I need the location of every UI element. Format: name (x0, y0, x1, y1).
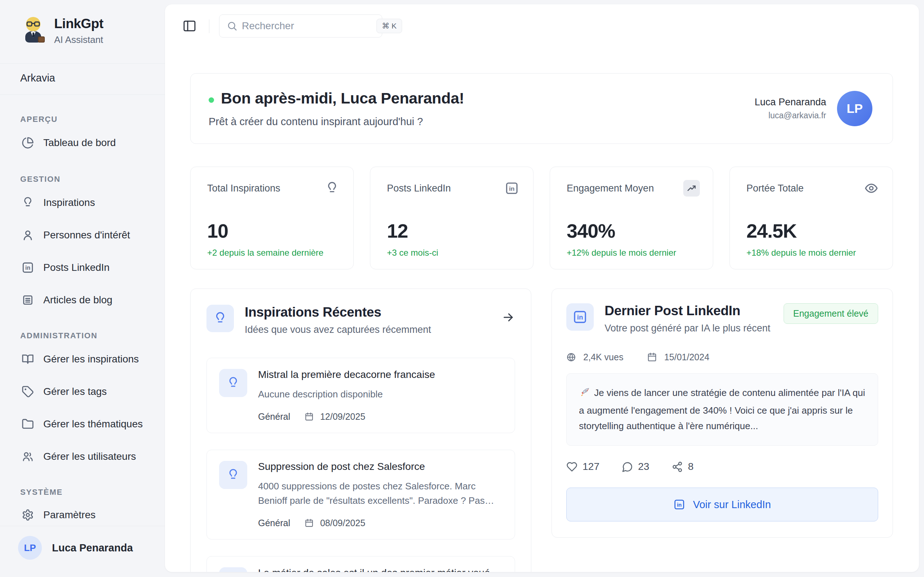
inspiration-title: Suppression de post chez Salesforce (258, 461, 502, 472)
trending-up-icon (683, 180, 700, 197)
latest-post-panel: in Dernier Post LinkedIn Votre post géné… (551, 288, 893, 538)
stat-delta: +18% depuis le mois dernier (746, 248, 856, 258)
user-name: Luca Penaranda (52, 542, 133, 554)
stat-value: 340% (567, 220, 615, 242)
inspiration-description: Aucune description disponible (258, 387, 502, 401)
comment-icon (622, 461, 633, 472)
greeting-card: Bon après-midi, Luca Penaranda! Prêt à c… (190, 73, 893, 144)
sidebar: LinkGpt AI Assistant Arkavia APERÇU Tabl… (0, 0, 165, 577)
stat-title: Total Inspirations (207, 183, 337, 194)
lightbulb-icon (219, 461, 247, 489)
inspiration-date: 08/09/2025 (320, 518, 365, 528)
inspiration-description: 4000 suppressions de postes chez Salesfo… (258, 479, 502, 508)
stat-value: 12 (387, 220, 408, 242)
section-label-gestion: GESTION (20, 174, 61, 184)
mascot-avatar-icon (20, 16, 46, 45)
view-on-linkedin-button[interactable]: in Voir sur LinkedIn (566, 488, 878, 521)
stat-card-posts-linkedin: Posts LinkedIn in 12 +3 ce mois-ci (370, 167, 533, 269)
svg-text:in: in (25, 265, 30, 271)
divider (0, 526, 165, 526)
calendar-icon (647, 352, 657, 362)
greeting-subtitle: Prêt à créer du contenu inspirant aujour… (208, 116, 464, 128)
cta-label: Voir sur LinkedIn (693, 499, 771, 511)
tag-label: Général (258, 518, 290, 528)
linkedin-icon: in (674, 499, 685, 510)
document-lines-icon (22, 294, 34, 306)
sidebar-item-gerer-inspirations[interactable]: Gérer les inspirations (12, 346, 154, 372)
inspiration-date: 12/09/2025 (320, 411, 365, 422)
arrow-right-icon[interactable] (501, 311, 515, 324)
stat-delta: +12% depuis le mois dernier (567, 248, 677, 258)
list-item[interactable]: Mistral la première decacorne francaise … (207, 358, 515, 433)
folder-icon (22, 418, 34, 430)
tag-icon (22, 385, 34, 398)
stat-delta: +3 ce mois-ci (387, 248, 438, 258)
svg-text:in: in (677, 502, 682, 508)
stat-delta: +2 depuis la semaine dernière (207, 248, 323, 258)
panels-row: Inspirations Récentes Idées que vous ave… (190, 288, 893, 572)
inspirations-list: Mistral la première decacorne francaise … (207, 358, 515, 572)
sidebar-user[interactable]: LP Luca Penaranda (18, 536, 133, 560)
lightbulb-icon (325, 181, 339, 195)
inspiration-title: Le métier de sales est il un des premier… (258, 567, 502, 572)
inspiration-meta: Général 08/09/2025 (258, 518, 502, 528)
sidebar-item-gerer-tags[interactable]: Gérer les tags (12, 379, 154, 405)
greeting-title: Bon après-midi, Luca Penaranda! (221, 89, 464, 107)
panel-subtitle: Votre post généré par IA le plus récent (604, 323, 770, 334)
sidebar-toggle-button[interactable] (182, 19, 197, 33)
sidebar-item-personnes-interet[interactable]: Personnes d'intérêt (12, 222, 154, 248)
divider (0, 63, 165, 64)
workspace-name: Arkavia (20, 72, 55, 84)
search-input[interactable] (237, 20, 376, 32)
stat-title: Engagement Moyen (567, 183, 696, 194)
rocket-icon (579, 387, 591, 403)
user-email: luca@arkavia.fr (755, 111, 826, 121)
shares-group: 8 (672, 461, 694, 472)
likes-group: 127 (566, 461, 599, 472)
comments-group: 23 (622, 461, 649, 472)
sidebar-item-label: Gérer les thématiques (43, 418, 142, 430)
engagement-badge: Engagement élevé (783, 303, 878, 324)
lightbulb-icon (207, 305, 234, 332)
panel-header: Inspirations Récentes Idées que vous ave… (207, 305, 515, 335)
sidebar-item-gerer-thematiques[interactable]: Gérer les thématiques (12, 411, 154, 437)
search-box[interactable]: ⌘ K (219, 15, 382, 37)
sidebar-item-label: Gérer les inspirations (43, 353, 139, 365)
linkedin-icon: in (505, 181, 519, 195)
lightbulb-icon (219, 369, 247, 397)
engagement-row: 127 23 8 (566, 461, 878, 472)
sidebar-item-label: Inspirations (43, 197, 95, 208)
divider (0, 95, 165, 95)
brand-name: LinkGpt (54, 16, 103, 31)
panel-subtitle: Idées que vous avez capturées récemment (245, 324, 431, 335)
post-text: Je viens de lancer une stratégie de cont… (579, 387, 865, 431)
stats-row: Total Inspirations 10 +2 depuis la semai… (190, 167, 893, 269)
avatar[interactable]: LP (837, 91, 872, 126)
recent-inspirations-panel: Inspirations Récentes Idées que vous ave… (190, 288, 531, 572)
sidebar-item-parametres[interactable]: Paramètres (12, 502, 154, 528)
sidebar-item-label: Gérer les tags (43, 386, 107, 397)
list-item[interactable]: Le métier de sales est il un des premier… (207, 556, 515, 572)
svg-text:in: in (509, 185, 514, 192)
status-dot (208, 97, 214, 103)
heart-icon (566, 461, 577, 472)
list-item[interactable]: Suppression de post chez Salesforce 4000… (207, 450, 515, 540)
avatar: LP (18, 536, 42, 560)
app-root: LinkGpt AI Assistant Arkavia APERÇU Tabl… (0, 0, 924, 577)
shares-count: 8 (688, 461, 694, 472)
sidebar-item-inspirations[interactable]: Inspirations (12, 190, 154, 216)
sidebar-item-articles-blog[interactable]: Articles de blog (12, 287, 154, 313)
lightbulb-icon (219, 567, 247, 572)
post-views: 2,4K vues (583, 352, 624, 363)
sidebar-item-gerer-utilisateurs[interactable]: Gérer les utilisateurs (12, 443, 154, 469)
likes-count: 127 (583, 461, 599, 472)
search-icon (227, 21, 237, 31)
panel-title: Inspirations Récentes (245, 305, 431, 320)
sidebar-item-posts-linkedin[interactable]: in Posts LinkedIn (12, 255, 154, 280)
section-label-systeme: SYSTÈME (20, 488, 63, 497)
sidebar-item-tableau-de-bord[interactable]: Tableau de bord (12, 130, 154, 156)
section-label-administration: ADMINISTRATION (20, 331, 97, 340)
svg-text:in: in (577, 313, 583, 321)
share-icon (672, 461, 683, 472)
inspiration-meta: Général 12/09/2025 (258, 411, 502, 422)
